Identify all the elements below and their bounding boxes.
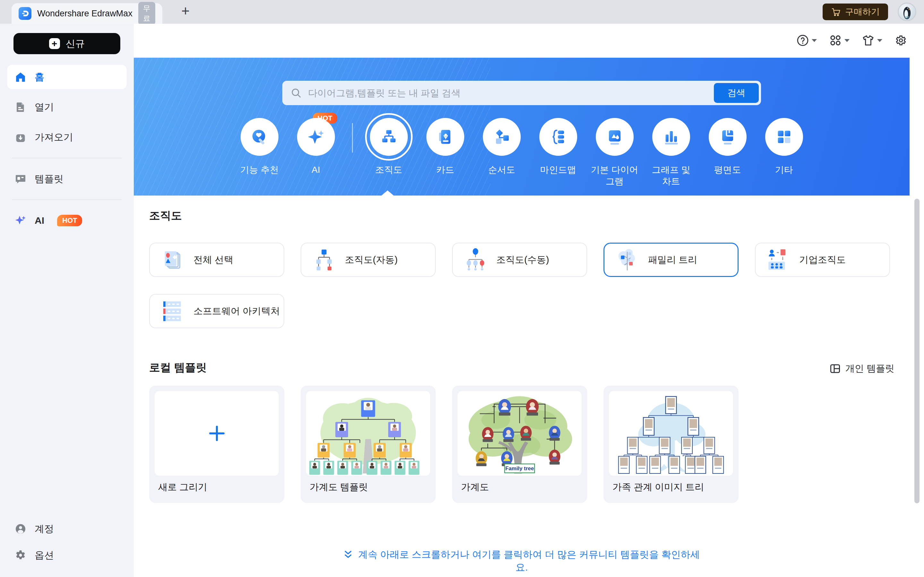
plus-icon: + bbox=[49, 38, 60, 49]
template-card-family-tree[interactable]: Family tree 가계도 bbox=[452, 386, 587, 503]
software-architecture-icon bbox=[160, 298, 186, 324]
category-other[interactable]: 기타 bbox=[756, 118, 813, 176]
category-feature[interactable]: 기능 추천 bbox=[231, 118, 288, 176]
more-templates-link[interactable]: 계속 아래로 스크롤하거나 여기를 클릭하여 더 많은 커뮤니티 템플릿을 확인… bbox=[134, 548, 909, 574]
orgchart-icon bbox=[380, 127, 398, 146]
search-bar: 검색 bbox=[282, 81, 761, 105]
document-icon bbox=[15, 101, 26, 113]
home-icon bbox=[15, 71, 26, 83]
feature-badge-icon bbox=[250, 127, 269, 146]
family-tree-template-thumbnail bbox=[306, 391, 430, 476]
category-orgchart[interactable]: 조직도 bbox=[360, 118, 417, 176]
chevron-down-icon bbox=[845, 39, 850, 42]
category-ai[interactable]: HOT AI bbox=[288, 118, 344, 176]
family-tree-thumbnail: Family tree bbox=[457, 391, 582, 476]
type-card-family-tree[interactable]: 패밀리 트리 bbox=[604, 243, 738, 277]
settings-gear-icon bbox=[895, 34, 907, 47]
personal-templates-icon bbox=[829, 363, 841, 374]
search-input[interactable] bbox=[302, 81, 761, 105]
tshirt-icon bbox=[862, 34, 875, 47]
chevron-down-icon bbox=[812, 39, 817, 42]
template-card-new-drawing[interactable]: 새로 그리기 bbox=[149, 386, 284, 503]
category-flowchart[interactable]: 순서도 bbox=[473, 118, 530, 176]
import-icon bbox=[15, 131, 26, 143]
free-badge: 무료 bbox=[138, 2, 155, 25]
card-icon bbox=[436, 127, 455, 146]
select-all-icon bbox=[160, 247, 186, 273]
search-button[interactable]: 검색 bbox=[714, 83, 759, 103]
app-tab[interactable]: Wondershare EdrawMax 무료 bbox=[11, 3, 162, 24]
category-charts[interactable]: 그래프 및 차트 bbox=[643, 118, 699, 187]
template-card-family-photo-tree[interactable]: 가족 관계 이미지 트리 bbox=[604, 386, 738, 503]
category-separator bbox=[352, 123, 353, 153]
search-icon bbox=[291, 87, 302, 98]
chevron-down-icon bbox=[877, 39, 882, 42]
help-menu-button[interactable] bbox=[796, 34, 817, 47]
local-template-grid: 새로 그리기 bbox=[149, 386, 738, 503]
edrawmax-logo-icon bbox=[19, 7, 31, 20]
main-content: 검색 기능 추천 HOT AI 조직도 bbox=[134, 24, 924, 577]
orgchart-manual-icon bbox=[462, 247, 489, 273]
type-card-software-architecture[interactable]: 소프트웨어 아키텍처 bbox=[149, 294, 284, 328]
new-document-button[interactable]: + 신규 bbox=[13, 33, 120, 54]
apps-grid-icon bbox=[829, 34, 842, 47]
buy-button[interactable]: 구매하기 bbox=[822, 3, 888, 20]
section-title-local-templates: 로컬 템플릿 bbox=[149, 360, 207, 375]
hot-badge: HOT bbox=[57, 215, 82, 226]
template-icon bbox=[15, 173, 26, 185]
family-tree-icon bbox=[614, 247, 640, 273]
theme-menu-button[interactable] bbox=[862, 34, 882, 47]
sidebar-item-import[interactable]: 가져오기 bbox=[7, 125, 127, 149]
personal-templates-link[interactable]: 개인 템플릿 bbox=[829, 362, 895, 375]
cart-icon bbox=[831, 7, 841, 17]
sidebar-item-home[interactable]: 홈 bbox=[7, 65, 127, 89]
double-chevron-down-icon bbox=[343, 550, 353, 559]
orgchart-type-grid: 전체 선택 조직도(자동) 조직도(수동) 패밀리 트리 기업조직도 소프트웨어… bbox=[149, 243, 909, 328]
category-floorplan[interactable]: 평면도 bbox=[699, 118, 756, 176]
basic-diagram-icon bbox=[606, 127, 624, 146]
apps-menu-button[interactable] bbox=[829, 34, 850, 47]
sidebar-item-account[interactable]: 계정 bbox=[13, 517, 124, 541]
tab-title: Wondershare EdrawMax bbox=[37, 9, 132, 19]
settings-button[interactable] bbox=[895, 34, 907, 47]
account-icon bbox=[15, 523, 26, 535]
vertical-scrollbar-thumb[interactable] bbox=[914, 199, 919, 503]
new-tab-button[interactable]: + bbox=[176, 1, 195, 21]
sidebar-divider bbox=[12, 158, 121, 158]
sidebar-item-open[interactable]: 열기 bbox=[7, 95, 127, 119]
template-card-family-tree-template[interactable]: 가계도 템플릿 bbox=[300, 386, 436, 503]
options-gear-icon bbox=[15, 550, 26, 561]
flowchart-icon bbox=[493, 127, 511, 146]
section-title-orgchart: 조직도 bbox=[149, 208, 182, 223]
orgchart-auto-icon bbox=[311, 247, 337, 273]
category-basic-diagram[interactable]: 기본 다이어 그램 bbox=[586, 118, 643, 187]
buy-label: 구매하기 bbox=[845, 6, 880, 18]
sidebar-item-templates[interactable]: 템플릿 bbox=[7, 167, 127, 191]
hero-banner: 검색 기능 추천 HOT AI 조직도 bbox=[134, 58, 909, 195]
family-photo-tree-thumbnail bbox=[609, 391, 733, 476]
bar-chart-icon bbox=[662, 127, 680, 146]
type-card-corporate-orgchart[interactable]: 기업조직도 bbox=[755, 243, 890, 277]
penguin-avatar-image bbox=[901, 5, 913, 20]
sidebar-divider bbox=[12, 199, 121, 200]
svg-text:Family tree: Family tree bbox=[505, 466, 534, 472]
plus-icon bbox=[207, 424, 226, 443]
floorplan-icon bbox=[718, 127, 737, 146]
ai-sparkle-icon bbox=[15, 215, 26, 226]
type-card-orgchart-manual[interactable]: 조직도(수동) bbox=[452, 243, 587, 277]
type-card-orgchart-auto[interactable]: 조직도(자동) bbox=[300, 243, 436, 277]
sidebar-item-ai[interactable]: AI HOT bbox=[7, 208, 127, 233]
type-card-select-all[interactable]: 전체 선택 bbox=[149, 243, 284, 277]
help-icon bbox=[796, 34, 809, 47]
sidebar-item-options[interactable]: 옵션 bbox=[13, 543, 124, 567]
sidebar: + 신규 홈 열기 가져오기 템플릿 AI bbox=[0, 24, 134, 577]
category-card[interactable]: 카드 bbox=[417, 118, 473, 176]
ai-sparkle-icon bbox=[307, 127, 325, 146]
avatar[interactable] bbox=[898, 3, 916, 21]
category-mindmap[interactable]: 마인드맵 bbox=[530, 118, 586, 176]
corporate-orgchart-icon bbox=[765, 247, 792, 273]
title-bar: Wondershare EdrawMax 무료 + 구매하기 bbox=[0, 0, 924, 24]
mindmap-icon bbox=[549, 127, 567, 146]
other-grid-icon bbox=[775, 127, 793, 146]
category-row: 기능 추천 HOT AI 조직도 카드 순서도 bbox=[134, 118, 909, 187]
